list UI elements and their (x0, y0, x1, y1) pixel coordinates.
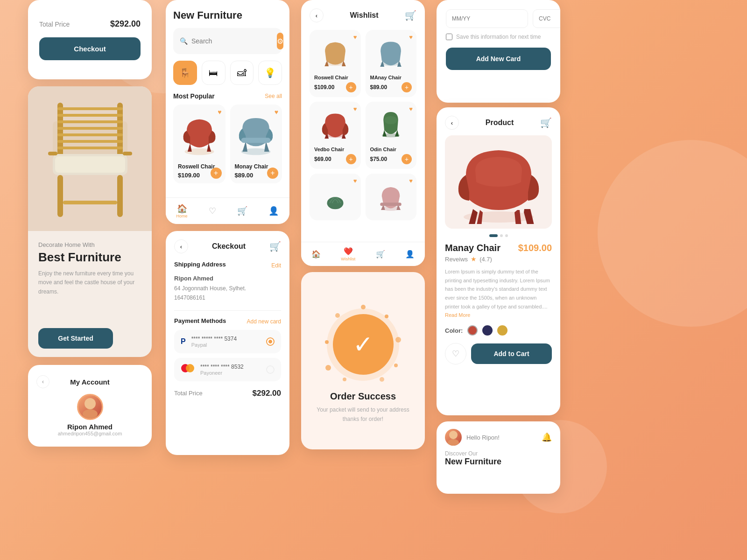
wl-add-2[interactable]: + (402, 82, 412, 92)
svg-point-43 (448, 439, 459, 446)
add-new-card-link[interactable]: Add new card (247, 318, 281, 325)
svg-point-40 (335, 313, 340, 318)
product-back-button[interactable]: ‹ (445, 116, 459, 130)
add-product-2-button[interactable]: + (267, 168, 278, 179)
product-card-roswell[interactable]: ♥ Roswell Chair $109.00 + (173, 105, 226, 183)
account-back-button[interactable]: ‹ (36, 375, 49, 388)
search-input[interactable] (191, 37, 273, 45)
color-swatch-navy[interactable] (482, 325, 493, 336)
nav-home[interactable]: 🏠 Home (176, 203, 188, 218)
color-swatch-gold[interactable] (497, 325, 507, 336)
wl-name-2: MAnay Chair (370, 75, 412, 80)
wishlist-back-button[interactable]: ‹ (310, 8, 324, 22)
get-started-button[interactable]: Get Started (38, 328, 113, 349)
wl-fav-4[interactable]: ♥ (409, 105, 413, 112)
wl-add-3[interactable]: + (346, 154, 356, 164)
nav-wishlist[interactable]: ♡ (209, 206, 216, 216)
svg-point-17 (85, 398, 96, 409)
wl-fav-6[interactable]: ♥ (409, 177, 413, 184)
wishlist-item-6[interactable]: ♥ (366, 174, 417, 220)
nav-cart[interactable]: 🛒 (237, 206, 247, 216)
checkout-cart-icon[interactable]: 🛒 (269, 241, 281, 252)
wl-nav-home[interactable]: 🏠 (311, 250, 321, 259)
hello-header: Hello Ripon! 🔔 (445, 429, 552, 446)
wishlist-cart-icon[interactable]: 🛒 (405, 10, 416, 21)
cvc-input[interactable] (533, 9, 560, 28)
dot-1[interactable] (489, 234, 498, 237)
payoneer-radio[interactable] (266, 365, 275, 374)
dot-2[interactable] (500, 234, 503, 237)
chair-image-area (28, 86, 152, 231)
wl-fav-2[interactable]: ♥ (409, 34, 413, 41)
wl-img-4 (370, 106, 412, 144)
wl-price-row-1: $109.00 + (314, 82, 356, 92)
hello-avatar (445, 429, 462, 446)
mm-yy-input[interactable] (446, 9, 528, 28)
category-chair[interactable]: 🪑 (173, 61, 197, 85)
wl-add-1[interactable]: + (346, 82, 356, 92)
dot-3[interactable] (505, 234, 508, 237)
svg-point-39 (325, 340, 329, 344)
user-email: ahmedripon455@gmail.com (58, 431, 122, 436)
read-more-link[interactable]: Read More (445, 312, 470, 318)
edit-button[interactable]: Edit (271, 262, 281, 269)
wishlist-item-5[interactable]: ♥ (310, 174, 361, 220)
filter-button[interactable]: ⚙ (277, 33, 283, 49)
wl-fav-1[interactable]: ♥ (353, 34, 357, 41)
payoneer-info: **** **** **** 8532 Payoneer (200, 364, 261, 376)
intro-title: Best Furniture (38, 250, 141, 265)
product-card-monay[interactable]: ♥ Monay Chair $89.00 + (230, 105, 282, 183)
wishlist-item-manay[interactable]: ♥ MAnay Chair $89.00 + (366, 30, 417, 97)
product-detail-card: ‹ Product 🛒 Manay Chair $109.00 Reveiws (437, 107, 560, 415)
product-color-row: Color: (445, 325, 552, 336)
checkout-back-button[interactable]: ‹ (174, 239, 188, 253)
wl-nav-cart[interactable]: 🛒 (376, 250, 385, 259)
wl-nav-wishlist[interactable]: ❤️ Wishlist (341, 247, 355, 261)
checkout-button[interactable]: Checkout (39, 37, 141, 60)
save-info-checkbox[interactable] (446, 34, 452, 40)
product-image-dots (445, 234, 552, 237)
account-title: My Account (70, 378, 109, 386)
color-swatch-red[interactable] (467, 325, 478, 336)
wl-nav-profile[interactable]: 👤 (405, 250, 415, 259)
roswell-chair-img (178, 112, 220, 158)
add-new-card-button[interactable]: Add New Card (446, 48, 551, 70)
wl-price-3: $69.00 (314, 156, 331, 162)
add-to-cart-button[interactable]: Add to Cart (471, 343, 552, 364)
wishlist-item-roswell[interactable]: ♥ Roswell Chair $109.00 + (310, 30, 361, 97)
category-sofa[interactable]: 🛋 (230, 61, 254, 85)
paypal-radio[interactable] (266, 337, 275, 346)
category-lamp[interactable]: 💡 (258, 61, 282, 85)
wishlist-item-vedbo[interactable]: ♥ Vedbo Chair $69.00 + (310, 102, 361, 169)
hello-card: Hello Ripon! 🔔 Discover Our New Furnitur… (437, 421, 560, 494)
product-fav-2[interactable]: ♥ (275, 108, 278, 116)
wishlist-nav-bar: 🏠 ❤️ Wishlist 🛒 👤 (301, 242, 425, 266)
product-name: Manay Chair (445, 243, 500, 253)
product-fav-1[interactable]: ♥ (218, 108, 221, 116)
address-line2: 1647086161 (174, 293, 281, 302)
nav-profile[interactable]: 👤 (268, 206, 279, 216)
svg-point-32 (361, 305, 366, 309)
product-favorite-button[interactable]: ♡ (445, 343, 466, 364)
hello-greeting: Hello Ripon! (466, 434, 542, 441)
product-cart-icon[interactable]: 🛒 (540, 117, 552, 128)
svg-point-18 (83, 409, 98, 419)
wl-name-1: Roswell Chair (314, 75, 356, 80)
wl-profile-icon: 👤 (405, 250, 415, 259)
success-title: Order Success (330, 391, 396, 402)
add-product-1-button[interactable]: + (211, 168, 222, 179)
checkout-total-amount: $292.00 (253, 389, 281, 398)
payment-paypal[interactable]: P **** ***** **** 5374 Paypal (174, 330, 281, 353)
see-all-link[interactable]: See all (265, 93, 282, 99)
svg-rect-2 (117, 103, 123, 159)
nav-home-label: Home (176, 214, 188, 218)
category-bed[interactable]: 🛏 (202, 61, 226, 85)
bell-icon[interactable]: 🔔 (542, 432, 552, 442)
svg-point-33 (385, 315, 388, 318)
wl-add-4[interactable]: + (402, 154, 412, 164)
wl-fav-5[interactable]: ♥ (353, 177, 357, 184)
wl-fav-3[interactable]: ♥ (353, 105, 357, 112)
payment-mastercard[interactable]: **** **** **** 8532 Payoneer (174, 358, 281, 381)
monay-chair-img (235, 112, 277, 158)
wishlist-item-odin[interactable]: ♥ Odin Chair $75.00 + (366, 102, 417, 169)
